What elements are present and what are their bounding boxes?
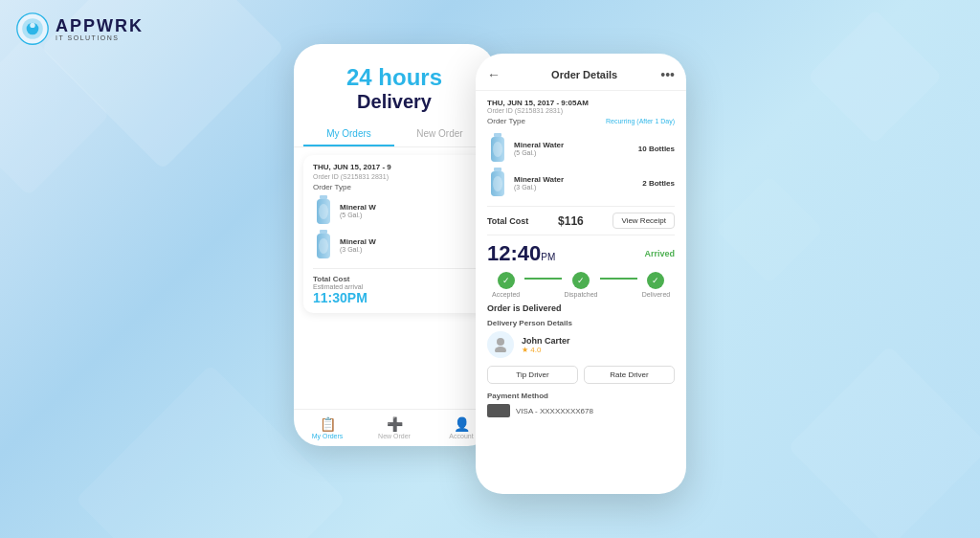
- detail-item-size-1: (5 Gal.): [514, 149, 633, 156]
- account-icon: 👤: [454, 416, 470, 432]
- time-section: 12:40PM Arrived: [487, 243, 675, 264]
- detail-body: THU, JUN 15, 2017 - 9:05AM Order ID (S21…: [476, 91, 686, 485]
- svg-point-19: [493, 176, 502, 191]
- step-circle-accepted: ✓: [498, 272, 515, 289]
- svg-point-15: [493, 142, 502, 157]
- payment-row: VISA - XXXXXXXX678: [487, 404, 675, 417]
- estimated-time: 11:30PM: [313, 290, 476, 305]
- total-row: Total Cost $116 View Receipt: [487, 206, 675, 235]
- progress-tracker: ✓ Accepted ✓ Dispatched ✓ Delivered: [487, 272, 675, 298]
- detail-item-1: Mineral Water (5 Gal.) 10 Bottles: [487, 133, 675, 164]
- delivery-person-label: Delivery Person Details: [487, 319, 675, 327]
- order-type-label: Order Type: [313, 183, 476, 191]
- step-accepted: ✓ Accepted: [487, 272, 524, 298]
- person-rating: ★ 4.0: [522, 346, 675, 354]
- bottom-nav: 📋 My Orders ➕ New Order 👤 Account: [294, 409, 495, 446]
- recurring-badge: Recurring (After 1 Day): [606, 118, 675, 124]
- step-delivered: ✓ Delivered: [637, 272, 675, 298]
- item-size-2: (3 Gal.): [340, 246, 376, 253]
- detail-order-id: Order ID (S215831 2831): [487, 107, 675, 114]
- back-button[interactable]: ←: [487, 67, 501, 82]
- arrived-badge: Arrived: [644, 249, 675, 258]
- delivery-person-row: John Carter ★ 4.0: [487, 331, 675, 358]
- detail-item-2: Mineral Water (3 Gal.) 2 Bottles: [487, 168, 675, 198]
- item-name-1: Mineral W: [340, 203, 376, 212]
- tip-driver-button[interactable]: Tip Driver: [487, 366, 578, 384]
- detail-item-info-2: Mineral Water (3 Gal.): [514, 175, 636, 191]
- water-bottle-icon-2: [313, 230, 334, 260]
- svg-rect-4: [320, 195, 327, 199]
- person-name: John Carter: [522, 336, 675, 346]
- nav-new-order[interactable]: ➕ New Order: [361, 414, 428, 442]
- main-content: 24 hours Delivery My Orders New Order TH…: [0, 0, 980, 538]
- more-button[interactable]: •••: [660, 67, 675, 82]
- order-footer: Total Cost Estimated arrival 11:30PM: [313, 268, 476, 305]
- left-phone: 24 hours Delivery My Orders New Order TH…: [294, 44, 495, 446]
- detail-item-qty-2: 2 Bottles: [642, 179, 675, 188]
- logo-icon: [15, 11, 50, 46]
- user-icon: [493, 337, 508, 352]
- order-list: THU, JUN 15, 2017 - 9 Order ID (S215831 …: [294, 147, 495, 409]
- item-size-1: (5 Gal.): [340, 212, 376, 218]
- step-dispatched: ✓ Dispatched: [562, 272, 599, 298]
- svg-point-20: [497, 338, 504, 346]
- order-date: THU, JUN 15, 2017 - 9: [313, 163, 476, 171]
- order-item: Mineral W (5 Gal.): [313, 195, 476, 226]
- action-buttons: Tip Driver Rate Driver: [487, 366, 675, 384]
- detail-items: Mineral Water (5 Gal.) 10 Bottles: [487, 133, 675, 198]
- order-delivered-text: Order is Delivered: [487, 303, 675, 313]
- step-label-delivered: Delivered: [642, 291, 671, 298]
- total-cost-label: Total Cost: [313, 275, 476, 283]
- svg-rect-16: [494, 168, 501, 171]
- title-line2: Delivery: [313, 90, 476, 113]
- svg-rect-8: [320, 230, 327, 234]
- detail-title: Order Details: [508, 69, 660, 80]
- delivery-person-section: Delivery Person Details John Carter ★ 4.…: [487, 319, 675, 358]
- estimated-label: Estimated arrival: [313, 283, 476, 290]
- svg-point-3: [30, 23, 34, 28]
- logo-text: APPWRK IT SOLUTIONS: [56, 17, 144, 41]
- order-id: Order ID (S215831 2831): [313, 173, 476, 180]
- detail-header: ← Order Details •••: [476, 54, 686, 91]
- detail-date: THU, JUN 15, 2017 - 9:05AM: [487, 99, 675, 107]
- progress-line-1: [524, 278, 562, 280]
- new-order-icon: ➕: [387, 416, 403, 432]
- detail-item-name-1: Mineral Water: [514, 141, 633, 149]
- view-receipt-button[interactable]: View Receipt: [612, 213, 675, 229]
- order-items: Mineral W (5 Gal.): [313, 195, 476, 260]
- tab-my-orders[interactable]: My Orders: [303, 123, 394, 146]
- person-avatar: [487, 331, 514, 358]
- card-icon: [487, 404, 510, 417]
- step-circle-dispatched: ✓: [572, 272, 590, 289]
- svg-point-11: [319, 238, 328, 254]
- phone-tabs: My Orders New Order: [294, 123, 495, 147]
- payment-label: Payment Method: [487, 392, 675, 400]
- order-type-row: Order Type Recurring (After 1 Day): [487, 117, 675, 125]
- step-label-dispatched: Dispatched: [564, 291, 597, 298]
- right-phone: ← Order Details ••• THU, JUN 15, 2017 - …: [476, 54, 686, 494]
- detail-bottle-icon-2: [487, 168, 508, 198]
- detail-item-size-2: (3 Gal.): [514, 184, 636, 191]
- nav-my-orders[interactable]: 📋 My Orders: [294, 414, 361, 442]
- orders-icon: 📋: [320, 416, 336, 432]
- svg-point-21: [495, 347, 506, 352]
- rate-driver-button[interactable]: Rate Driver: [584, 366, 675, 384]
- tab-new-order[interactable]: New Order: [394, 123, 485, 146]
- card-number: VISA - XXXXXXXX678: [516, 407, 593, 415]
- payment-section: Payment Method VISA - XXXXXXXX678: [487, 392, 675, 417]
- step-circle-delivered: ✓: [647, 272, 664, 289]
- title-line1: 24 hours: [313, 65, 476, 90]
- logo: APPWRK IT SOLUTIONS: [15, 11, 144, 46]
- phone-left-header: 24 hours Delivery: [294, 44, 495, 123]
- svg-point-7: [319, 204, 328, 219]
- person-info: John Carter ★ 4.0: [522, 336, 675, 354]
- detail-item-name-2: Mineral Water: [514, 175, 636, 184]
- detail-item-qty-1: 10 Bottles: [638, 145, 675, 153]
- total-amount: $116: [558, 214, 584, 228]
- item-name-2: Mineral W: [340, 237, 376, 246]
- water-bottle-icon: [313, 195, 334, 226]
- progress-line-2: [600, 278, 637, 280]
- svg-rect-12: [494, 133, 501, 137]
- phones-wrapper: 24 hours Delivery My Orders New Order TH…: [294, 44, 686, 494]
- total-label: Total Cost: [487, 216, 528, 226]
